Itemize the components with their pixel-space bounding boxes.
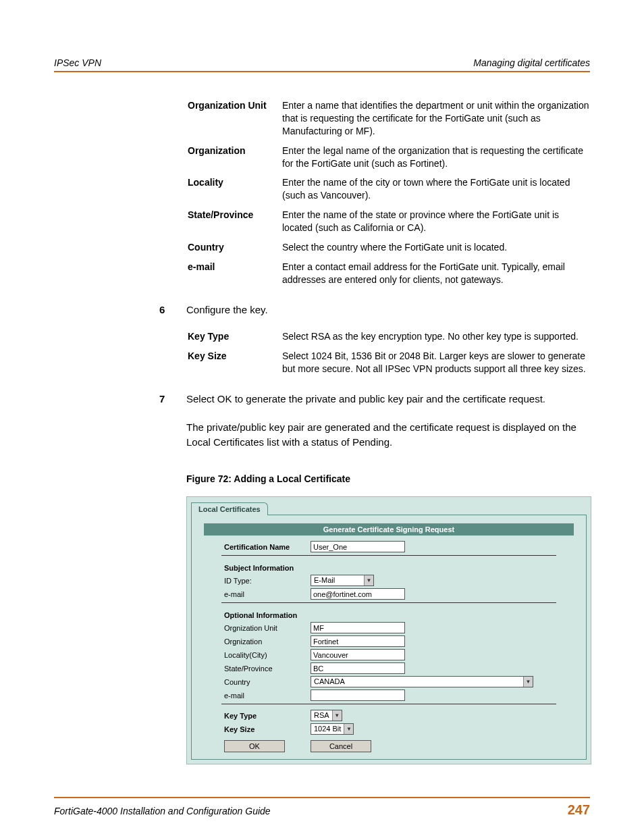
step-text: Configure the key.	[186, 303, 590, 317]
def-desc: Enter a name that identifies the departm…	[282, 99, 590, 138]
def-label: State/Province	[188, 209, 282, 234]
step-6: 6 Configure the key.	[54, 303, 590, 317]
tab-local-certificates[interactable]: Local Certificates	[191, 502, 268, 515]
def-label: Country	[188, 241, 282, 254]
step-7-extra: The private/public key pair are generate…	[186, 420, 590, 450]
optional-info-header: Optional Information	[224, 611, 586, 619]
step-text: Select OK to generate the private and pu…	[186, 392, 590, 407]
def-label: Key Type	[188, 330, 282, 343]
state-label: State/Province	[224, 664, 311, 673]
page-number: 247	[568, 802, 590, 818]
footer-text: FortiGate-4000 Installation and Configur…	[54, 806, 271, 816]
def-label: e-mail	[188, 261, 282, 286]
opt-email-label: e-mail	[224, 692, 311, 700]
page-header: IPSec VPN Managing digital certificates	[54, 57, 590, 68]
key-size-select[interactable]: 1024 Bit ▼	[311, 723, 354, 735]
chevron-down-icon: ▼	[364, 575, 373, 585]
email-label: e-mail	[224, 590, 311, 598]
def-label: Key Size	[188, 350, 282, 375]
header-left: IPSec VPN	[54, 57, 101, 68]
divider	[221, 602, 556, 603]
country-value: CANADA	[311, 677, 523, 687]
def-desc: Enter a contact email address for the Fo…	[282, 261, 590, 286]
cert-name-input[interactable]	[311, 541, 405, 552]
panel-title: Generate Certificate Signing Request	[204, 523, 574, 536]
country-select[interactable]: CANADA ▼	[311, 676, 533, 687]
step-number: 6	[159, 303, 186, 317]
header-right: Managing digital certificates	[473, 57, 590, 68]
tab-strip: Local Certificates	[187, 497, 591, 515]
key-type-value: RSA	[311, 710, 332, 721]
cancel-button[interactable]: Cancel	[311, 740, 371, 752]
def-desc: Select the country where the FortiGate u…	[282, 241, 590, 254]
chevron-down-icon: ▼	[332, 710, 342, 721]
locality-label: Locality(City)	[224, 651, 311, 659]
definition-table-1: Organization UnitEnter a name that ident…	[188, 99, 590, 286]
locality-input[interactable]	[311, 649, 405, 660]
def-desc: Enter the name of the city or town where…	[282, 176, 590, 202]
def-desc: Enter the name of the state or province …	[282, 209, 590, 234]
def-desc: Select 1024 Bit, 1536 Bit or 2048 Bit. L…	[282, 350, 590, 375]
org-input[interactable]	[311, 635, 405, 647]
chevron-down-icon: ▼	[344, 724, 353, 734]
email-input[interactable]	[311, 588, 405, 600]
key-size-label: Key Size	[224, 725, 311, 733]
def-desc: Enter the legal name of the organization…	[282, 145, 590, 170]
step-number: 7	[159, 392, 186, 407]
id-type-value: E-Mail	[311, 575, 364, 585]
figure-local-certificates: Local Certificates Generate Certificate …	[186, 496, 591, 764]
country-label: Country	[224, 678, 311, 686]
def-desc: Select RSA as the key encryption type. N…	[282, 330, 590, 343]
step-7: 7 Select OK to generate the private and …	[54, 392, 590, 407]
state-input[interactable]	[311, 662, 405, 674]
key-size-value: 1024 Bit	[311, 724, 344, 734]
org-unit-input[interactable]	[311, 622, 405, 633]
ok-button[interactable]: OK	[224, 740, 285, 752]
divider	[221, 555, 556, 556]
page-footer: FortiGate-4000 Installation and Configur…	[54, 802, 590, 818]
subject-info-header: Subject Information	[224, 564, 586, 572]
cert-name-label: Certification Name	[224, 543, 311, 551]
def-label: Locality	[188, 176, 282, 202]
chevron-down-icon: ▼	[523, 677, 533, 687]
header-rule	[54, 71, 590, 72]
org-label: Orgnization	[224, 637, 311, 646]
definition-table-2: Key TypeSelect RSA as the key encryption…	[188, 330, 590, 375]
footer-rule	[54, 797, 590, 798]
tab-panel: Generate Certificate Signing Request Cer…	[191, 515, 587, 760]
def-label: Organization Unit	[188, 99, 282, 138]
org-unit-label: Orgnization Unit	[224, 624, 311, 632]
key-type-select[interactable]: RSA ▼	[311, 710, 342, 721]
divider	[221, 704, 556, 704]
def-label: Organization	[188, 145, 282, 170]
opt-email-input[interactable]	[311, 689, 405, 701]
figure-caption: Figure 72: Adding a Local Certificate	[186, 473, 590, 484]
id-type-select[interactable]: E-Mail ▼	[311, 575, 374, 586]
key-type-label: Key Type	[224, 712, 311, 720]
id-type-label: ID Type:	[224, 577, 311, 585]
